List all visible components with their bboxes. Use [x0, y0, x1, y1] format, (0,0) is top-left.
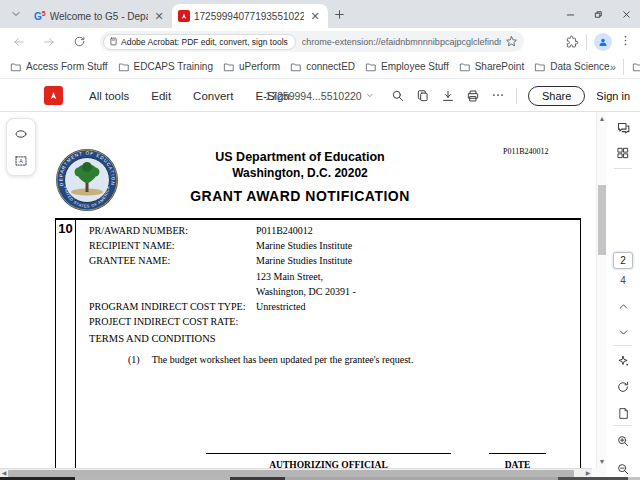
g5-favicon-icon: G5: [34, 10, 46, 22]
share-button[interactable]: Share: [528, 86, 585, 106]
bookmark-folder[interactable]: connectED: [290, 61, 355, 73]
current-page-input[interactable]: 2: [613, 252, 633, 269]
oval-icon: [14, 127, 28, 141]
chrome-menu-button[interactable]: [619, 33, 632, 51]
bookmark-label: SharePoint: [475, 61, 524, 72]
zoom-out-button[interactable]: [615, 461, 631, 477]
window-minimize-button[interactable]: [556, 0, 584, 28]
horizontal-scrollbar[interactable]: ◀ ▶: [0, 468, 592, 477]
puzzle-icon: [565, 35, 579, 49]
window-close-button[interactable]: [612, 0, 640, 28]
tab-close-icon[interactable]: ✕: [308, 9, 322, 23]
window-controls: [556, 0, 640, 28]
bookmark-folder[interactable]: uPerform: [223, 61, 280, 73]
date-line: [489, 453, 546, 454]
field-value: Marine Studies Institute: [256, 255, 352, 270]
bookmark-folder[interactable]: Data Science: [534, 61, 609, 73]
date-label: DATE: [489, 460, 546, 468]
divider: [586, 34, 587, 50]
address-bar-actions: [565, 33, 640, 51]
folder-icon: [534, 61, 546, 73]
extension-chip[interactable]: Adobe Acrobat: PDF edit, convert, sign t…: [103, 34, 296, 50]
block-number: 10: [56, 221, 75, 236]
bookmark-folder[interactable]: Access Form Stuff: [10, 61, 108, 73]
vertical-scrollbar[interactable]: ▲ ▼: [596, 112, 606, 468]
terms-heading: TERMS AND CONDITIONS: [89, 333, 216, 344]
vertical-scroll-thumb[interactable]: [598, 185, 606, 255]
filename-label: 17259994...5510220: [265, 90, 361, 102]
forward-button[interactable]: [38, 31, 60, 53]
chevron-up-icon: [617, 300, 630, 313]
print-button[interactable]: [466, 89, 480, 103]
right-tool-rail: 2 4: [606, 112, 640, 477]
horizontal-scroll-thumb[interactable]: [8, 470, 574, 477]
field-value: 123 Main Street,: [256, 271, 323, 286]
url-text[interactable]: chrome-extension://efaidnbmnnnibpcajpcgl…: [302, 37, 501, 47]
download-button[interactable]: [441, 89, 455, 103]
folder-icon: [365, 61, 377, 73]
menu-all-tools[interactable]: All tools: [89, 90, 129, 102]
bookmark-label: Employee Stuff: [381, 61, 449, 72]
page-corner-icon: [617, 407, 630, 420]
next-page-button[interactable]: [615, 324, 631, 340]
ai-tools-button[interactable]: [615, 353, 631, 369]
reload-button[interactable]: [68, 31, 90, 53]
bookmarks-overflow-button[interactable]: »: [610, 61, 615, 73]
add-text-tool-button[interactable]: A: [9, 149, 33, 172]
page-view-button[interactable]: [615, 405, 631, 421]
acrobat-menu: All tools Edit Convert E-Sign: [89, 90, 290, 102]
scrollbar-corner: [592, 468, 606, 477]
tab-pdf-active[interactable]: 172599940771935510220.pdf ✕: [172, 4, 328, 28]
zoom-in-icon: [616, 434, 630, 448]
rotate-icon: [616, 380, 630, 394]
filename-dropdown[interactable]: 17259994...5510220: [265, 90, 374, 102]
previous-page-button[interactable]: [615, 298, 631, 314]
window-restore-button[interactable]: [584, 0, 612, 28]
comments-panel-button[interactable]: [615, 120, 631, 136]
document-canvas[interactable]: A DEPARTMENT OF EDUCATION UNI: [0, 112, 596, 468]
page-thumbnails-button[interactable]: [615, 145, 631, 161]
tab-close-icon[interactable]: ✕: [152, 9, 166, 23]
bookmark-folder[interactable]: Employee Stuff: [365, 61, 449, 73]
comments-icon: [616, 121, 631, 136]
zoom-in-button[interactable]: [615, 433, 631, 449]
signature-line: [206, 453, 451, 454]
field-label: GRANTEE NAME:: [89, 255, 256, 270]
tab-search-button[interactable]: [6, 4, 26, 24]
search-icon: [391, 89, 405, 103]
new-tab-button[interactable]: [328, 3, 350, 25]
profile-avatar[interactable]: [594, 33, 612, 51]
bookmark-label: Data Science: [550, 61, 609, 72]
rotate-page-button[interactable]: [615, 379, 631, 395]
back-button[interactable]: [8, 31, 30, 53]
bookmark-folder[interactable]: SharePoint: [459, 61, 524, 73]
svg-text:A: A: [19, 158, 23, 164]
folder-icon: [632, 61, 640, 73]
shape-tool-button[interactable]: [9, 122, 33, 145]
search-button[interactable]: [391, 89, 405, 103]
terms-item-text: The budget worksheet has been updated pe…: [152, 354, 414, 365]
copy-pages-button[interactable]: [416, 89, 430, 103]
reload-icon: [73, 35, 86, 48]
bookmark-star-icon[interactable]: [505, 35, 518, 48]
copy-icon: [416, 89, 430, 103]
add-text-icon: A: [14, 154, 28, 168]
field-row: GRANTEE NAME:Marine Studies Institute: [89, 255, 356, 270]
more-options-button[interactable]: [491, 88, 505, 104]
omnibox[interactable]: Adobe Acrobat: PDF edit, convert, sign t…: [100, 31, 524, 52]
bookmark-label: connectED: [306, 61, 355, 72]
field-row: RECIPIENT NAME:Marine Studies Institute: [89, 240, 356, 255]
bookmark-label: Access Form Stuff: [26, 61, 108, 72]
extensions-button[interactable]: [565, 35, 579, 49]
all-bookmarks-button[interactable]: All Bookmarks: [632, 61, 640, 73]
grant-block: 10 PR/AWARD NUMBER:P011B240012 RECIPIENT…: [55, 218, 581, 468]
chevron-down-icon: [10, 8, 22, 20]
menu-convert[interactable]: Convert: [193, 90, 233, 102]
menu-edit[interactable]: Edit: [151, 90, 171, 102]
field-value: P011B240012: [256, 225, 313, 240]
sign-in-button[interactable]: Sign in: [596, 90, 630, 102]
tab-g5-welcome[interactable]: G5 Welcome to G5 - Department o ✕: [28, 4, 172, 28]
bookmark-folder[interactable]: EDCAPS Training: [118, 61, 213, 73]
acrobat-logo-icon[interactable]: [44, 86, 63, 105]
field-row: PR/AWARD NUMBER:P011B240012: [89, 225, 356, 240]
